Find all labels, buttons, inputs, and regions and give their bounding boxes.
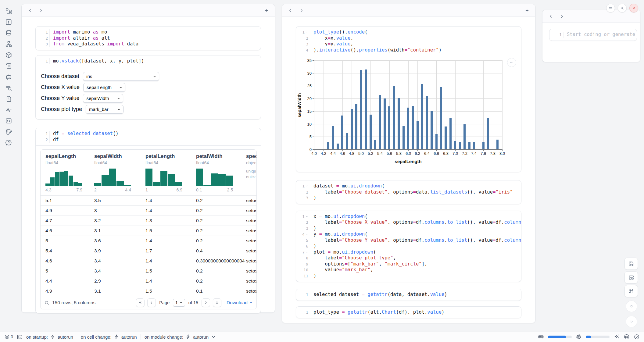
code-editor-imports[interactable]: 1import marimo as mo2import altair as al… xyxy=(36,27,261,50)
chevron-right-icon[interactable] xyxy=(558,13,565,20)
table-row[interactable]: 53.41.50.2setos xyxy=(41,266,256,276)
fold-chevron-icon[interactable] xyxy=(306,215,308,218)
settings-button[interactable] xyxy=(618,4,627,12)
sidebar-icon-packages[interactable] xyxy=(5,52,12,59)
sidebar-icon-documentation[interactable] xyxy=(5,95,12,102)
run-all-button[interactable] xyxy=(626,316,637,327)
code-editor-plot[interactable]: 1plot_type().encode(2 x=x.value,3 y=y.va… xyxy=(296,27,521,56)
histogram-bar xyxy=(145,169,152,186)
table-row[interactable]: 4.63.41.40.30000000000000004setos xyxy=(41,256,256,266)
copilot-robot-button[interactable] xyxy=(624,334,630,340)
layout-toggle-button[interactable] xyxy=(624,271,638,283)
chart-actions-button[interactable] xyxy=(507,58,516,67)
page-previous-button[interactable] xyxy=(147,298,156,307)
chart-bar xyxy=(468,142,470,149)
code-text: y = mo.ui.dropdown( xyxy=(310,231,367,237)
errors-indicator[interactable]: 0 xyxy=(4,334,13,340)
table-row[interactable]: 4.93.11.50.1setos xyxy=(41,286,256,296)
table-row[interactable]: 4.63.11.50.2setos xyxy=(41,226,256,236)
table-column-header[interactable]: sepalLengthfloat644.37.9 xyxy=(45,153,94,192)
search-icon[interactable] xyxy=(44,300,49,305)
sidebar-icon-help[interactable] xyxy=(5,139,12,146)
sidebar-icon-file-explorer[interactable] xyxy=(5,8,12,15)
y-axis-tick xyxy=(313,124,314,124)
table-row[interactable]: 4.73.21.30.2setos xyxy=(41,216,256,226)
dropdown-choose-y-value[interactable]: sepalWidth xyxy=(83,94,123,103)
runtime-config-2[interactable]: on module change:autorun xyxy=(145,334,216,340)
code-editor-dataset-dropdown[interactable]: 1dataset = mo.ui.dropdown(2 label="Choos… xyxy=(296,180,521,204)
fold-chevron-icon[interactable] xyxy=(306,251,308,254)
table-row[interactable]: 4.931.40.2setos xyxy=(41,205,256,216)
table-column-header[interactable]: speciobjecuniqunulls: xyxy=(246,153,257,192)
ai-sparkles-button[interactable] xyxy=(614,334,620,340)
dropdown-value: sepalLength xyxy=(87,85,112,90)
chevron-down-icon xyxy=(153,75,156,78)
x-tick-label: 7.8 xyxy=(488,151,498,156)
code-text: x = mo.ui.dropdown( xyxy=(310,214,367,220)
y-tick-label: 30 xyxy=(298,71,312,76)
code-editor-selected-dataset[interactable]: 1selected_dataset = getattr(data, datase… xyxy=(296,289,521,301)
shutdown-button[interactable] xyxy=(629,4,638,12)
table-row[interactable]: 5.13.51.40.2setos xyxy=(41,195,256,205)
page-last-button[interactable] xyxy=(213,298,221,307)
add-cell-icon[interactable] xyxy=(524,7,530,14)
status-bar: 0 on startup:autorunon cell change:autor… xyxy=(0,332,644,342)
table-column-header[interactable]: petalLengthfloat6416.9 xyxy=(145,153,196,192)
cpu-icon xyxy=(576,334,582,340)
chevron-left-icon[interactable] xyxy=(547,13,554,20)
runtime-config-1[interactable]: on cell change:autorun xyxy=(81,334,137,340)
sidebar-icon-ai-chat[interactable] xyxy=(5,73,12,80)
table-summary: 150 rows, 5 columns xyxy=(52,300,95,305)
code-editor-plot-type[interactable]: 1plot_type = getattr(alt.Chart(df), plot… xyxy=(296,307,521,318)
fold-chevron-icon[interactable] xyxy=(306,31,308,34)
sidebar-icon-find-in-cells[interactable] xyxy=(5,84,12,91)
table-cell: setos xyxy=(246,278,257,284)
generate-with-ai-link[interactable]: generate xyxy=(612,32,635,37)
chevron-right-icon[interactable] xyxy=(298,7,305,14)
sidebar-icon-helper-functions[interactable] xyxy=(5,19,12,26)
table-row[interactable]: 4.42.91.40.2setos xyxy=(41,276,256,286)
download-button[interactable]: Download xyxy=(227,300,253,305)
dropdown-choose-plot-type[interactable]: mark_bar xyxy=(86,105,123,114)
code-cell-df: 1df = selected_dataset()2df sepalLengthf… xyxy=(35,128,261,313)
sidebar-icon-scratchpad[interactable] xyxy=(5,128,12,135)
chevron-left-icon[interactable] xyxy=(287,7,294,14)
table-row[interactable]: 53.61.40.2setos xyxy=(41,236,256,246)
code-text: y=y.value, xyxy=(310,41,353,47)
table-column-header[interactable]: petalWidthfloat640.12.5 xyxy=(196,153,246,192)
command-palette-button[interactable] xyxy=(624,285,638,297)
fold-chevron-icon[interactable] xyxy=(306,185,308,187)
sidebar-icon-tracing[interactable] xyxy=(5,106,12,113)
dropdown-choose-dataset[interactable]: iris xyxy=(83,72,159,81)
page-next-button[interactable] xyxy=(202,298,210,307)
histogram-bar xyxy=(116,181,123,186)
terminal-button[interactable] xyxy=(17,334,23,340)
runtime-config-0[interactable]: on startup:autorun xyxy=(26,334,73,340)
code-editor-vstack[interactable]: 1mo.vstack([dataset, x, y, plot]) xyxy=(36,55,261,67)
sidebar-icon-data-sources[interactable] xyxy=(5,30,12,37)
add-cell-icon[interactable] xyxy=(263,7,270,14)
chart-bar xyxy=(454,141,456,149)
code-editor-xy-dropdowns[interactable]: 1x = mo.ui.dropdown(2 label="Choose X va… xyxy=(296,211,521,282)
sidebar-icon-logs[interactable] xyxy=(5,62,12,69)
fold-chevron-icon[interactable] xyxy=(306,233,308,236)
empty-code-editor[interactable]: 1 Start coding or generate with xyxy=(549,29,637,41)
sidebar-icon-snippets[interactable] xyxy=(5,117,12,124)
sidebar-icon-dependency-graph[interactable] xyxy=(5,41,12,48)
page-select[interactable]: 1 xyxy=(173,299,185,307)
code-line: 4).interactive().properties(width="conta… xyxy=(296,47,521,53)
code-line: 8 label="Choose plot type", xyxy=(296,255,521,261)
dropdown-choose-x-value[interactable]: sepalLength xyxy=(83,83,125,92)
save-notebook-button[interactable] xyxy=(624,258,638,270)
notebook-menu-button[interactable] xyxy=(606,4,615,12)
connection-status-button[interactable] xyxy=(634,334,640,340)
code-editor-df[interactable]: 1df = selected_dataset()2df xyxy=(36,128,261,145)
stop-all-button[interactable] xyxy=(626,301,637,312)
chevron-right-icon[interactable] xyxy=(38,7,44,14)
table-column-header[interactable]: sepalWidthfloat6424.4 xyxy=(94,153,145,192)
table-row[interactable]: 5.43.91.70.4setos xyxy=(41,246,256,256)
table-cell: setos xyxy=(246,208,257,213)
page-first-button[interactable] xyxy=(136,298,145,307)
chevron-left-icon[interactable] xyxy=(27,7,33,14)
code-line: 2 label="Choose X value", options=df.col… xyxy=(296,219,521,226)
